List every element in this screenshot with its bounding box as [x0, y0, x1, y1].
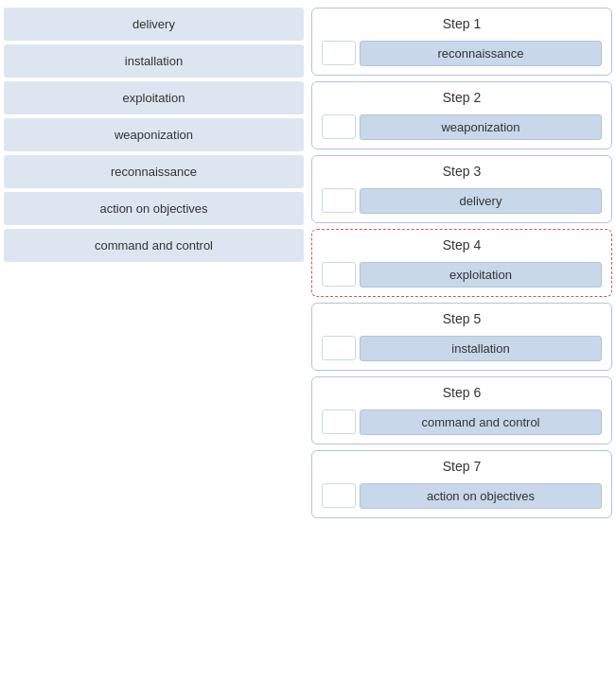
drop-area-step2: weaponization	[322, 113, 602, 141]
step-title-step1: Step 1	[322, 16, 602, 31]
drop-box-step1[interactable]	[322, 41, 356, 65]
step-card-step2: Step 2weaponization	[311, 81, 612, 149]
left-item-left-command[interactable]: command and control	[4, 229, 304, 262]
answer-tag-step1: reconnaissance	[360, 41, 602, 66]
drop-area-step7: action on objectives	[322, 481, 602, 510]
step-title-step7: Step 7	[322, 459, 602, 474]
drop-box-step2[interactable]	[322, 114, 356, 139]
drop-box-step6[interactable]	[322, 410, 356, 434]
drop-box-step5[interactable]	[322, 336, 356, 360]
step-title-step5: Step 5	[322, 311, 602, 326]
drop-area-step4: exploitation	[322, 260, 602, 288]
left-item-left-action[interactable]: action on objectives	[4, 192, 304, 225]
answer-tag-step7: action on objectives	[360, 483, 602, 509]
left-item-left-installation[interactable]: installation	[4, 44, 304, 78]
right-panel: Step 1reconnaissanceStep 2weaponizationS…	[308, 0, 616, 680]
drop-area-step1: reconnaissance	[322, 39, 602, 67]
step-card-step5: Step 5installation	[311, 303, 612, 371]
step-title-step6: Step 6	[322, 385, 602, 400]
step-title-step2: Step 2	[322, 90, 602, 105]
answer-tag-step5: installation	[360, 336, 602, 361]
drop-box-step4[interactable]	[322, 262, 356, 287]
answer-tag-step6: command and control	[360, 410, 602, 435]
drop-area-step6: command and control	[322, 408, 602, 436]
left-item-left-exploitation[interactable]: exploitation	[4, 81, 304, 114]
drop-area-step3: delivery	[322, 186, 602, 215]
drop-box-step7[interactable]	[322, 483, 356, 508]
step-card-step7: Step 7action on objectives	[311, 450, 612, 518]
answer-tag-step4: exploitation	[360, 262, 602, 288]
answer-tag-step2: weaponization	[360, 114, 602, 140]
left-item-left-delivery[interactable]: delivery	[4, 8, 304, 41]
left-item-left-reconnaissance[interactable]: reconnaissance	[4, 155, 304, 188]
drop-area-step5: installation	[322, 334, 602, 362]
step-title-step3: Step 3	[322, 164, 602, 179]
answer-tag-step3: delivery	[360, 188, 602, 214]
left-panel: deliveryinstallationexploitationweaponiz…	[0, 0, 308, 680]
step-card-step1: Step 1reconnaissance	[311, 8, 612, 76]
left-item-left-weaponization[interactable]: weaponization	[4, 118, 304, 151]
drop-box-step3[interactable]	[322, 188, 356, 213]
step-card-step6: Step 6command and control	[311, 376, 612, 445]
step-card-step3: Step 3delivery	[311, 155, 612, 223]
step-title-step4: Step 4	[322, 237, 602, 253]
step-card-step4: Step 4exploitation	[311, 229, 612, 297]
